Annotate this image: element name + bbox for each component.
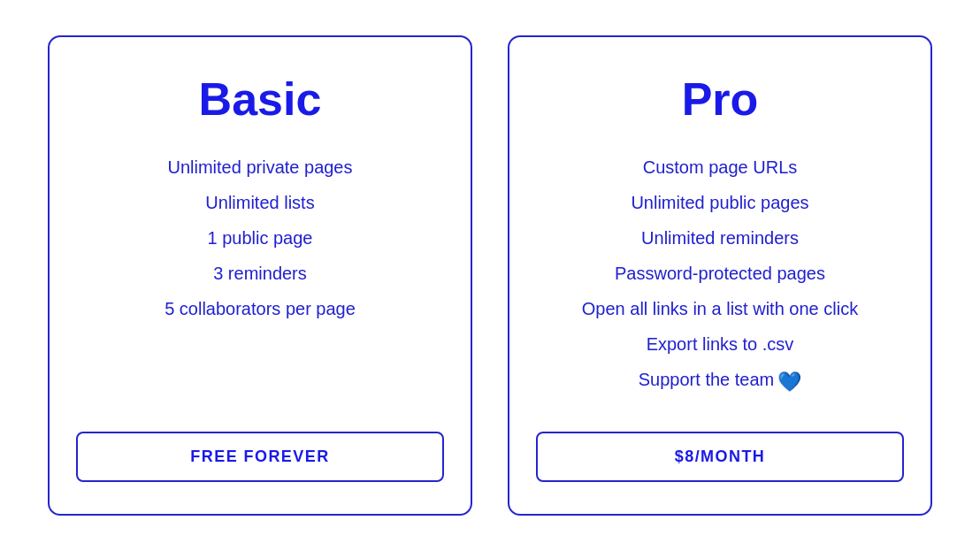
basic-feature-5: 5 collaborators per page: [165, 295, 356, 322]
basic-feature-1: Unlimited private pages: [168, 154, 353, 180]
pro-cta-button[interactable]: $8/MONTH: [536, 432, 904, 482]
pro-feature-1: Custom page URLs: [643, 154, 798, 180]
pro-feature-4: Password-protected pages: [615, 260, 825, 287]
pro-feature-3: Unlimited reminders: [641, 225, 799, 251]
pro-card: Pro Custom page URLs Unlimited public pa…: [508, 35, 932, 515]
pro-feature-7: Support the team💙: [639, 366, 801, 395]
basic-features-list: Unlimited private pages Unlimited lists …: [76, 154, 444, 395]
pro-feature-6: Export links to .csv: [647, 331, 794, 357]
heart-icon: 💙: [777, 367, 801, 396]
pricing-container: Basic Unlimited private pages Unlimited …: [21, 35, 959, 515]
basic-card: Basic Unlimited private pages Unlimited …: [48, 35, 472, 515]
pro-title: Pro: [682, 73, 759, 126]
basic-feature-4: 3 reminders: [213, 260, 307, 287]
pro-support-text: Support the team: [639, 370, 774, 389]
basic-feature-2: Unlimited lists: [205, 189, 314, 216]
basic-feature-3: 1 public page: [208, 225, 313, 251]
basic-title: Basic: [199, 73, 322, 126]
pro-features-list: Custom page URLs Unlimited public pages …: [536, 154, 904, 395]
basic-cta-button[interactable]: FREE FOREVER: [76, 432, 444, 482]
pro-feature-2: Unlimited public pages: [631, 189, 808, 216]
pro-feature-5: Open all links in a list with one click: [582, 295, 858, 322]
